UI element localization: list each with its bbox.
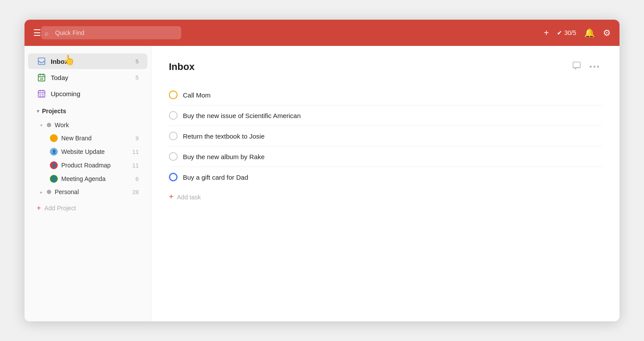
sidebar-item-personal[interactable]: ▸ Personal 28 (28, 186, 147, 198)
add-task-label: Add task (177, 194, 201, 201)
sidebar: Inbox 5 👆 28 Today 5 (24, 46, 151, 321)
sidebar-item-upcoming[interactable]: Upcoming (28, 86, 147, 101)
work-label: Work (55, 122, 139, 129)
karma-score: ✔ 30/5 (557, 29, 576, 36)
chevron-personal-icon: ▸ (40, 190, 42, 195)
sidebar-item-today[interactable]: 28 Today 5 (28, 70, 147, 85)
menu-icon: ☰ (33, 28, 41, 38)
task-label: Buy the new album by Rake (183, 153, 265, 160)
website-update-count: 11 (133, 149, 139, 155)
svg-rect-6 (38, 90, 45, 97)
main-content: Inbox ••• (151, 46, 620, 321)
add-project-label: Add Project (44, 205, 76, 212)
new-brand-dot (50, 134, 58, 142)
sidebar-item-work[interactable]: ▾ Work (28, 119, 147, 131)
ellipsis-icon: ••• (589, 63, 600, 71)
gear-icon: ⚙ (603, 28, 611, 38)
upcoming-label: Upcoming (51, 90, 134, 97)
sidebar-item-meeting-agenda[interactable]: 👤 Meeting Agenda 6 (28, 172, 147, 185)
search-container: ⌕ (41, 26, 181, 39)
task-label: Buy the new issue of Scientific American (183, 112, 301, 119)
personal-dot (47, 190, 51, 194)
today-count: 5 (136, 74, 139, 81)
upcoming-icon (37, 89, 46, 98)
add-task-header-button[interactable]: + (544, 28, 549, 38)
more-options-button[interactable]: ••• (588, 60, 602, 73)
task-item[interactable]: Call Mom (169, 85, 602, 105)
chevron-work-icon: ▾ (40, 123, 42, 128)
website-update-icon: 👤 (50, 148, 58, 156)
settings-button[interactable]: ⚙ (603, 28, 611, 38)
karma-checkmark-icon: ✔ (557, 29, 562, 36)
meeting-agenda-icon: 👤 (50, 175, 58, 183)
notifications-button[interactable]: 🔔 (584, 28, 595, 38)
product-roadmap-count: 11 (133, 162, 139, 169)
add-task-plus-icon: + (169, 192, 174, 202)
product-roadmap-icon: 👤 (50, 161, 58, 169)
new-brand-label: New Brand (61, 135, 132, 142)
content-header: Inbox ••• (169, 59, 602, 74)
sidebar-item-website-update[interactable]: 👤 Website Update 11 (28, 145, 147, 158)
sidebar-item-inbox[interactable]: Inbox 5 👆 (28, 53, 147, 69)
new-brand-count: 9 (136, 135, 139, 142)
add-project-plus-icon: + (37, 204, 41, 212)
menu-button[interactable]: ☰ (33, 28, 41, 38)
sidebar-item-product-roadmap[interactable]: 👤 Product Roadmap 11 (28, 159, 147, 172)
bell-icon: 🔔 (584, 28, 595, 38)
content-header-actions: ••• (570, 59, 602, 74)
projects-section-header[interactable]: ▾ Projects (28, 104, 147, 118)
task-checkbox[interactable] (169, 152, 178, 161)
projects-label: Projects (42, 108, 66, 115)
task-label: Return the textbook to Josie (183, 132, 265, 140)
task-checkbox[interactable] (169, 173, 178, 181)
comment-icon (572, 63, 581, 72)
sidebar-item-new-brand[interactable]: New Brand 9 (28, 132, 147, 145)
task-checkbox[interactable] (169, 90, 178, 99)
task-item[interactable]: Buy the new issue of Scientific American (169, 105, 602, 126)
task-list: Call Mom Buy the new issue of Scientific… (169, 85, 602, 187)
task-checkbox[interactable] (169, 132, 178, 140)
inbox-count: 5 (136, 58, 139, 65)
header-right: + ✔ 30/5 🔔 ⚙ (544, 28, 611, 38)
personal-count: 28 (133, 189, 139, 195)
task-label: Call Mom (183, 91, 210, 99)
personal-label: Personal (55, 188, 129, 195)
inbox-label: Inbox (51, 58, 131, 65)
add-project-button[interactable]: + Add Project (28, 201, 147, 216)
comment-button[interactable] (570, 59, 583, 74)
search-input[interactable] (41, 26, 181, 39)
main-layout: Inbox 5 👆 28 Today 5 (24, 46, 620, 321)
svg-rect-14 (573, 62, 581, 68)
task-item[interactable]: Buy the new album by Rake (169, 146, 602, 167)
page-title: Inbox (169, 61, 570, 73)
task-item[interactable]: Buy a gift card for Dad (169, 167, 602, 187)
task-item[interactable]: Return the textbook to Josie (169, 126, 602, 146)
today-label: Today (51, 74, 131, 81)
task-checkbox[interactable] (169, 111, 178, 120)
inbox-icon (37, 56, 46, 66)
website-update-label: Website Update (61, 148, 129, 155)
plus-icon: + (544, 28, 549, 38)
product-roadmap-label: Product Roadmap (61, 162, 129, 169)
meeting-agenda-count: 6 (136, 176, 139, 182)
app-header: ☰ ⌕ + ✔ 30/5 🔔 ⚙ (24, 20, 620, 46)
svg-text:28: 28 (40, 77, 43, 80)
work-dot (47, 123, 51, 127)
add-task-button[interactable]: + Add task (169, 187, 602, 207)
task-label: Buy a gift card for Dad (183, 174, 248, 181)
chevron-down-icon: ▾ (37, 108, 39, 114)
meeting-agenda-label: Meeting Agenda (61, 175, 132, 182)
calendar-icon: 28 (37, 73, 46, 82)
